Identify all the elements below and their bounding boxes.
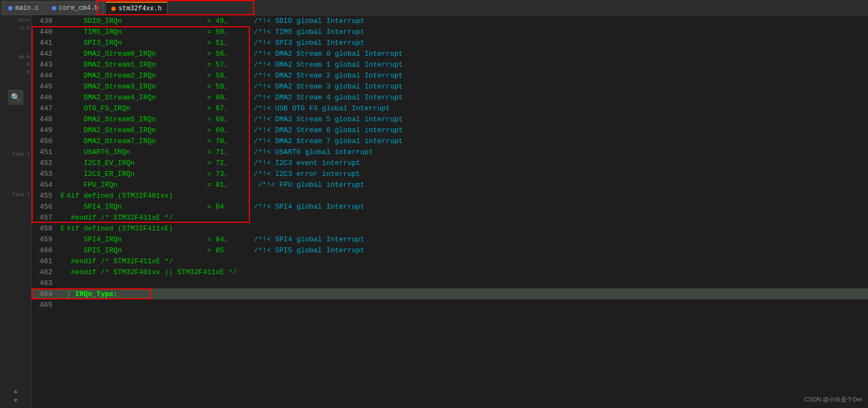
code-line-439: 439 SDIO_IRQn = 49, /*!< SDIO global Int… [32,15,868,26]
code-line-460: 460 SPI5_IRQn = 85 /*!< SPI5 global Inte… [32,245,868,256]
tab-main-c[interactable]: main.c [2,2,45,15]
code-line-448: 448 DMA2_Stream5_IRQn = 68, /*!< DMA2 St… [32,114,868,125]
sidebar-spacer-2 [0,43,31,54]
code-line-456: 456 SPI4_IRQn = 84 /*!< SPI4 global Inte… [32,201,868,212]
code-line-453: 453 I2C3_ER_IRQn = 73, /*!< I2C3 error i… [32,168,868,179]
code-line-451: 451 USART6_IRQn = 71, /*!< USART6 global… [32,146,868,157]
red-box-code-wrapper: 440 TIM5_IRQn = 50, /*!< TIM5 global Int… [32,26,868,223]
watermark: CSDN @小向是个Der [804,395,863,404]
tab-icon-core-cm4 [52,6,56,10]
tab-stm32f4xx-h[interactable]: stm32f4xx.h [105,2,167,15]
code-line-443: 443 DMA2_Stream1_IRQn = 57, /*!< DMA2 St… [32,59,868,70]
scroll-down-arrow[interactable]: ▼ [14,397,17,406]
code-line-458: 458 E #if defined (STM32F411xE) [32,223,868,234]
sidebar-label-h: .h [0,61,31,69]
sidebar-spacer-5 [0,158,31,191]
sidebar-spacer-4 [0,107,31,151]
code-line-440: 440 TIM5_IRQn = 50, /*!< TIM5 global Int… [32,26,868,37]
sidebar-spacer-1 [0,32,31,43]
tab-bar-wrapper: main.c core_cm4.h stm32f4xx.h [0,0,868,15]
tab-core-cm4-h[interactable]: core_cm4.h [46,2,104,15]
tab-icon-stm32f4xx [111,7,116,11]
code-line-454: 454 FPU_IRQn = 81, /*!< FPU global inter… [32,179,868,190]
sidebar-label-xc: .x.c [0,24,31,32]
code-line-444: 444 DMA2_Stream2_IRQn = 58, /*!< DMA2 St… [32,70,868,81]
scroll-up-arrow[interactable]: ▲ [14,387,17,397]
code-line-450: 450 DMA2_Stream7_IRQn = 70, /*!< DMA2 St… [32,135,868,146]
search-icon[interactable]: 🔍 [8,90,23,105]
sidebar-label-f4xxl: f4xx.l [0,151,31,158]
code-line-465: 465 [32,299,868,310]
code-content: 439 SDIO_IRQn = 49, /*!< SDIO global Int… [32,15,868,310]
code-line-452: 452 I2C3_EV_IRQn = 72, /*!< I2C3 event i… [32,157,868,168]
sidebar-label-h2: h [0,69,31,76]
sidebar-spacer-3 [0,76,31,87]
main-area: .41xx .x.c nd.h .h h 🔍 f4xx.l f4xx.l ▲ ▼ [0,15,868,408]
code-line-446: 446 DMA2_Stream4_IRQn = 60, /*!< DMA2 St… [32,92,868,103]
code-line-447: 447 OTG_FS_IRQn = 67, /*!< USB OTG FS gl… [32,103,868,114]
code-line-449: 449 DMA2_Stream6_IRQn = 69, /*!< DMA2 St… [32,125,868,135]
sidebar-label-ndh: nd.h [0,54,31,61]
left-sidebar: .41xx .x.c nd.h .h h 🔍 f4xx.l f4xx.l ▲ ▼ [0,15,32,408]
sidebar-label-41xx: .41xx [0,16,31,24]
scroll-arrows: ▲ ▼ [0,387,31,408]
tab-bar: main.c core_cm4.h stm32f4xx.h [0,0,868,15]
code-line-459: 459 SPI4_IRQn = 84, /*!< SPI4 global Int… [32,234,868,245]
code-line-463: 463 [32,277,868,288]
code-line-445: 445 DMA2_Stream3_IRQn = 59, /*!< DMA2 St… [32,81,868,92]
editor-container: main.c core_cm4.h stm32f4xx.h .41xx .x.c… [0,0,868,408]
code-area[interactable]: 439 SDIO_IRQn = 49, /*!< SDIO global Int… [32,15,868,408]
code-line-464-wrapper: 464 } IRQn_Type; [32,288,868,299]
code-line-461: 461 #endif /* STM32F411xE */ [32,256,868,267]
code-line-455: 455 E #if defined (STM32F401xx) [32,190,868,201]
code-line-464: 464 } IRQn_Type; [32,288,868,299]
code-line-462: 462 #endif /* STM32F401xx || STM32F411xE… [32,267,868,277]
sidebar-label-f4xxl2: f4xx.l [0,191,31,199]
code-line-441: 441 SPI3_IRQn = 51, /*!< SPI3 global Int… [32,37,868,48]
code-line-457: 457 #endif /* STM32F411xE */ [32,212,868,223]
code-line-442: 442 DMA2_Stream0_IRQn = 56, /*!< DMA2 St… [32,48,868,59]
tab-icon-main-c [8,6,13,10]
